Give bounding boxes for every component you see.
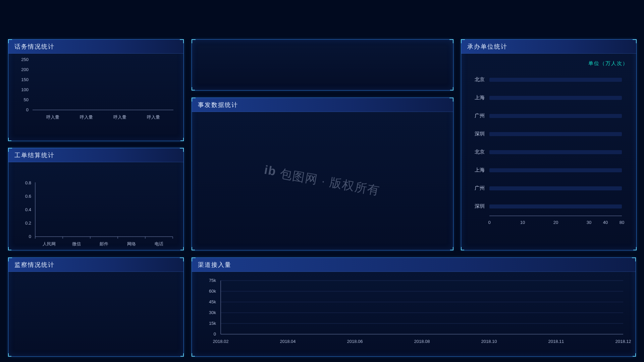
svg-text:2018.08: 2018.08 xyxy=(414,339,430,344)
svg-text:45k: 45k xyxy=(209,299,216,304)
panel-title-monitor: 监察情况统计 xyxy=(8,258,183,272)
svg-text:电话: 电话 xyxy=(155,241,163,246)
svg-rect-58 xyxy=(489,150,622,154)
svg-text:0.4: 0.4 xyxy=(25,207,31,212)
svg-text:0: 0 xyxy=(214,331,216,337)
panel-title-ticket-stats: 工单结算统计 xyxy=(8,148,183,162)
svg-text:30k: 30k xyxy=(209,310,216,315)
svg-text:0.8: 0.8 xyxy=(25,180,31,185)
svg-text:深圳: 深圳 xyxy=(475,203,485,209)
panel-agency-stats: 承办单位统计 单位（万人次） 北京 上海 广州 深圳 北京 上海 广州 深圳 xyxy=(461,39,637,250)
svg-text:15k: 15k xyxy=(209,321,216,326)
svg-text:0: 0 xyxy=(26,107,29,112)
svg-rect-56 xyxy=(489,132,622,136)
svg-text:80: 80 xyxy=(620,220,624,225)
svg-text:50: 50 xyxy=(24,97,29,102)
svg-text:邮件: 邮件 xyxy=(100,241,108,246)
svg-text:0.6: 0.6 xyxy=(25,194,31,199)
panel-title-agency: 承办单位统计 xyxy=(461,40,636,54)
panel-top-center xyxy=(192,39,453,90)
panel-call-stats: 话务情况统计 250 200 150 100 50 0 xyxy=(8,39,184,141)
svg-text:0.2: 0.2 xyxy=(25,221,31,226)
svg-text:上海: 上海 xyxy=(475,95,485,100)
svg-text:0: 0 xyxy=(488,220,490,225)
svg-text:250: 250 xyxy=(21,57,29,62)
svg-text:呼入量: 呼入量 xyxy=(147,115,160,120)
y-axis: 0.8 0.6 0.4 0.2 0 xyxy=(25,180,173,239)
panel-title-call-stats: 话务情况统计 xyxy=(8,40,183,54)
svg-text:2018.06: 2018.06 xyxy=(347,339,363,344)
svg-text:200: 200 xyxy=(21,67,29,72)
svg-text:10: 10 xyxy=(520,220,525,225)
svg-text:北京: 北京 xyxy=(475,76,485,82)
panel-monitor-stats: 监察情况统计 xyxy=(8,257,184,357)
chart-channel: 75k 60k 45k 30k 15k 0 2018.02 xyxy=(192,272,636,357)
svg-text:呼入量: 呼入量 xyxy=(113,115,126,120)
svg-text:100: 100 xyxy=(21,87,29,92)
svg-text:广州: 广州 xyxy=(475,113,485,118)
hbar-rows: 北京 上海 广州 深圳 北京 上海 广州 深圳 xyxy=(475,76,622,209)
svg-rect-60 xyxy=(489,168,622,172)
svg-rect-52 xyxy=(489,96,622,100)
y-axis: 75k 60k 45k 30k 15k 0 xyxy=(209,278,623,337)
svg-text:2018.10: 2018.10 xyxy=(481,339,497,344)
svg-text:40: 40 xyxy=(603,220,608,225)
x-axis: 0 10 20 30 40 80 xyxy=(488,216,624,225)
svg-text:2018.12: 2018.12 xyxy=(615,339,631,344)
svg-text:人民网: 人民网 xyxy=(43,241,56,246)
unit-label: 单位（万人次） xyxy=(588,60,628,66)
panel-title-channel: 渠道接入量 xyxy=(192,258,636,272)
panel-ticket-stats: 工单结算统计 0.8 0.6 0.4 0.2 0 xyxy=(8,148,184,250)
svg-rect-62 xyxy=(489,186,622,190)
panel-title-incident: 事发数据统计 xyxy=(192,98,453,112)
svg-text:75k: 75k xyxy=(209,278,216,283)
svg-text:上海: 上海 xyxy=(475,167,485,173)
x-axis: 人民网 微信 邮件 网络 电话 xyxy=(43,241,164,246)
panel-channel: 渠道接入量 75k 60k 45k 30k 15k 0 xyxy=(192,257,636,357)
svg-rect-54 xyxy=(489,114,622,118)
svg-rect-50 xyxy=(489,78,622,82)
svg-rect-64 xyxy=(489,204,622,208)
y-axis: 250 200 150 100 50 0 xyxy=(21,57,173,112)
svg-text:北京: 北京 xyxy=(475,149,485,155)
svg-text:网络: 网络 xyxy=(127,241,136,246)
chart-call-stats: 250 200 150 100 50 0 呼入量 呼入量 xyxy=(8,54,184,141)
chart-agency: 北京 上海 广州 深圳 北京 上海 广州 深圳 0 10 20 30 40 xyxy=(469,72,629,246)
svg-text:30: 30 xyxy=(587,220,591,225)
svg-text:2018.02: 2018.02 xyxy=(213,339,229,344)
svg-text:150: 150 xyxy=(21,77,29,82)
svg-text:2018.11: 2018.11 xyxy=(548,339,564,344)
x-axis: 2018.02 2018.04 2018.06 2018.08 2018.10 … xyxy=(213,339,631,344)
svg-text:呼入量: 呼入量 xyxy=(46,115,59,120)
panel-incident-stats: 事发数据统计 xyxy=(192,98,453,250)
svg-text:0: 0 xyxy=(29,234,31,239)
chart-ticket-stats: 0.8 0.6 0.4 0.2 0 人民网 微 xyxy=(8,162,184,251)
svg-text:2018.04: 2018.04 xyxy=(280,339,296,344)
svg-text:微信: 微信 xyxy=(72,241,81,246)
svg-text:呼入量: 呼入量 xyxy=(80,115,93,120)
svg-text:20: 20 xyxy=(553,220,558,225)
svg-text:广州: 广州 xyxy=(475,185,485,191)
x-axis: 呼入量 呼入量 呼入量 呼入量 xyxy=(46,115,160,120)
svg-text:60k: 60k xyxy=(209,289,216,294)
svg-text:深圳: 深圳 xyxy=(475,131,485,136)
